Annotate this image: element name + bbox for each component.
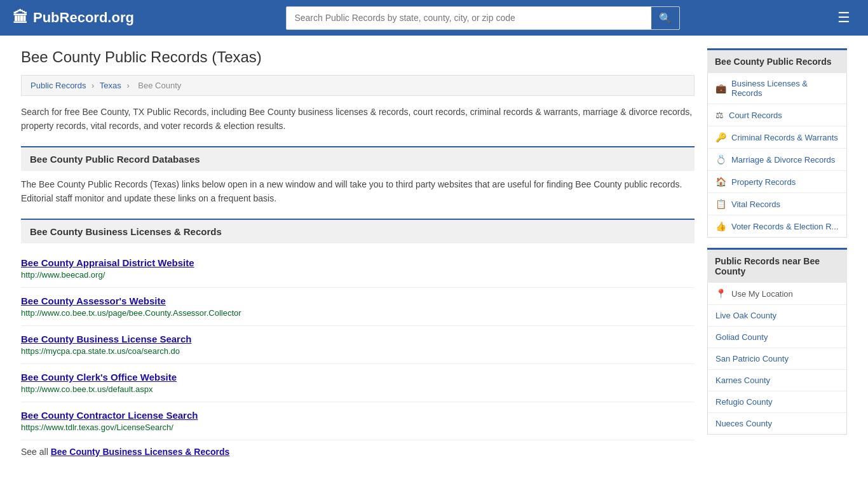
sidebar-label-court: Court Records xyxy=(729,111,782,120)
sidebar-label-property: Property Records xyxy=(731,177,796,187)
thumbsup-icon: 👍 xyxy=(715,221,726,231)
see-all: See all Bee County Business Licenses & R… xyxy=(21,440,695,463)
sidebar-item-business: 💼 Business Licenses & Records xyxy=(708,73,846,104)
sidebar-nearby-title: Public Records near Bee County xyxy=(707,248,847,283)
record-url-4[interactable]: http://www.co.bee.tx.us/default.aspx xyxy=(21,384,695,394)
sidebar-label-use-location: Use My Location xyxy=(731,289,793,299)
sidebar-item-court: ⚖ Court Records xyxy=(708,104,846,126)
rings-icon: 💍 xyxy=(715,154,726,165)
sidebar-label-san-patricio: San Patricio County xyxy=(715,354,789,363)
sidebar-link-business[interactable]: 💼 Business Licenses & Records xyxy=(708,73,846,104)
sidebar-label-karnes: Karnes County xyxy=(715,376,770,385)
sidebar-link-criminal[interactable]: 🔑 Criminal Records & Warrants xyxy=(708,126,846,148)
sidebar: Bee County Public Records 💼 Business Lic… xyxy=(707,48,847,463)
sidebar-link-karnes[interactable]: Karnes County xyxy=(708,370,846,391)
sidebar-link-san-patricio[interactable]: San Patricio County xyxy=(708,348,846,369)
sidebar-label-live-oak: Live Oak County xyxy=(715,311,776,320)
breadcrumb-current: Bee County xyxy=(138,81,181,90)
see-all-text: See all xyxy=(21,447,51,457)
sidebar-item-use-location: 📍 Use My Location xyxy=(708,283,846,305)
page-title: Bee County Public Records (Texas) xyxy=(21,48,695,66)
sidebar-link-refugio[interactable]: Refugio County xyxy=(708,391,846,412)
sidebar-link-property[interactable]: 🏠 Property Records xyxy=(708,171,846,193)
sidebar-item-live-oak: Live Oak County xyxy=(708,305,846,327)
sidebar-item-criminal: 🔑 Criminal Records & Warrants xyxy=(708,126,846,149)
sidebar-label-vital: Vital Records xyxy=(731,200,780,209)
record-url-3[interactable]: https://mycpa.cpa.state.tx.us/coa/search… xyxy=(21,346,695,356)
search-bar: 🔍 xyxy=(286,6,680,30)
page-description: Search for free Bee County, TX Public Re… xyxy=(21,105,695,133)
main-wrapper: Bee County Public Records (Texas) Public… xyxy=(8,36,860,476)
breadcrumb-link-public-records[interactable]: Public Records xyxy=(31,81,86,90)
record-item: Bee County Clerk's Office Website http:/… xyxy=(21,364,695,402)
main-content: Bee County Public Records (Texas) Public… xyxy=(21,48,695,463)
menu-button[interactable]: ☰ xyxy=(832,7,855,29)
record-item: Bee County Assessor's Website http://www… xyxy=(21,288,695,326)
search-icon: 🔍 xyxy=(659,13,672,24)
sidebar-link-vital[interactable]: 📋 Vital Records xyxy=(708,193,846,215)
see-all-link[interactable]: Bee County Business Licenses & Records xyxy=(51,447,230,457)
sidebar-item-property: 🏠 Property Records xyxy=(708,171,846,193)
sidebar-label-voter: Voter Records & Election R... xyxy=(731,222,838,231)
house-icon: 🏠 xyxy=(715,177,726,187)
breadcrumb-link-texas[interactable]: Texas xyxy=(100,81,121,90)
location-icon: 📍 xyxy=(715,288,726,299)
sidebar-records-list: 💼 Business Licenses & Records ⚖ Court Re… xyxy=(707,73,847,238)
site-logo[interactable]: 🏛 PubRecord.org xyxy=(13,9,134,27)
logo-icon: 🏛 xyxy=(13,9,28,27)
record-title-3[interactable]: Bee County Business License Search xyxy=(21,334,695,344)
sidebar-item-karnes: Karnes County xyxy=(708,370,846,391)
sidebar-label-business: Business Licenses & Records xyxy=(731,79,839,98)
breadcrumb-sep-1: › xyxy=(92,81,94,90)
records-list: Bee County Appraisal District Website ht… xyxy=(21,250,695,440)
record-item: Bee County Contractor License Search htt… xyxy=(21,402,695,440)
sidebar-records-section: Bee County Public Records 💼 Business Lic… xyxy=(707,48,847,238)
record-title-5[interactable]: Bee County Contractor License Search xyxy=(21,410,695,421)
record-title-2[interactable]: Bee County Assessor's Website xyxy=(21,295,695,306)
record-item: Bee County Business License Search https… xyxy=(21,326,695,364)
record-url-1[interactable]: http://www.beecad.org/ xyxy=(21,270,695,280)
breadcrumb-sep-2: › xyxy=(126,81,129,90)
sidebar-item-marriage: 💍 Marriage & Divorce Records xyxy=(708,149,846,171)
sidebar-records-title: Bee County Public Records xyxy=(707,48,847,73)
sidebar-link-voter[interactable]: 👍 Voter Records & Election R... xyxy=(708,215,846,237)
sidebar-item-vital: 📋 Vital Records xyxy=(708,193,846,215)
record-item: Bee County Appraisal District Website ht… xyxy=(21,250,695,288)
sidebar-link-live-oak[interactable]: Live Oak County xyxy=(708,305,846,326)
scales-icon: ⚖ xyxy=(715,110,724,120)
sidebar-label-criminal: Criminal Records & Warrants xyxy=(731,133,838,142)
sidebar-link-goliad[interactable]: Goliad County xyxy=(708,327,846,348)
sidebar-item-voter: 👍 Voter Records & Election R... xyxy=(708,215,846,237)
search-button[interactable]: 🔍 xyxy=(651,7,679,29)
key-icon: 🔑 xyxy=(715,132,726,142)
sidebar-nearby-section: Public Records near Bee County 📍 Use My … xyxy=(707,248,847,435)
sidebar-item-san-patricio: San Patricio County xyxy=(708,348,846,370)
sidebar-label-refugio: Refugio County xyxy=(715,397,773,407)
site-header: 🏛 PubRecord.org 🔍 ☰ xyxy=(0,0,868,36)
logo-text: PubRecord.org xyxy=(33,10,134,26)
sidebar-item-refugio: Refugio County xyxy=(708,391,846,413)
record-title-1[interactable]: Bee County Appraisal District Website xyxy=(21,257,695,268)
sidebar-link-use-location[interactable]: 📍 Use My Location xyxy=(708,283,846,304)
record-url-2[interactable]: http://www.co.bee.tx.us/page/bee.County.… xyxy=(21,308,695,318)
business-section-heading: Bee County Business Licenses & Records xyxy=(21,219,695,243)
search-input[interactable] xyxy=(287,8,651,28)
sidebar-item-goliad: Goliad County xyxy=(708,327,846,348)
record-url-5[interactable]: https://www.tdlr.texas.gov/LicenseSearch… xyxy=(21,423,695,432)
sidebar-nearby-list: 📍 Use My Location Live Oak County Goliad… xyxy=(707,283,847,435)
sidebar-label-nueces: Nueces County xyxy=(715,419,772,428)
sidebar-label-marriage: Marriage & Divorce Records xyxy=(731,155,835,165)
record-title-4[interactable]: Bee County Clerk's Office Website xyxy=(21,372,695,383)
databases-heading: Bee County Public Record Databases xyxy=(21,146,695,171)
clipboard-icon: 📋 xyxy=(715,199,726,209)
sidebar-link-court[interactable]: ⚖ Court Records xyxy=(708,104,846,126)
sidebar-link-nueces[interactable]: Nueces County xyxy=(708,413,846,434)
briefcase-icon: 💼 xyxy=(715,83,726,93)
sidebar-label-goliad: Goliad County xyxy=(715,332,768,342)
databases-description: The Bee County Public Records (Texas) li… xyxy=(21,177,695,206)
breadcrumb: Public Records › Texas › Bee County xyxy=(21,75,695,96)
sidebar-item-nueces: Nueces County xyxy=(708,413,846,434)
sidebar-link-marriage[interactable]: 💍 Marriage & Divorce Records xyxy=(708,149,846,170)
